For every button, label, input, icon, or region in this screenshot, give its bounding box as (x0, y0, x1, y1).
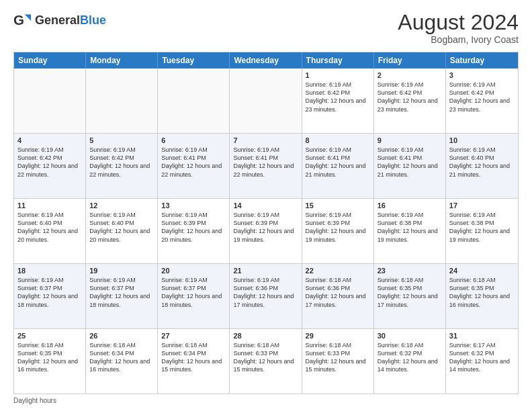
day-number: 18 (17, 267, 82, 275)
calendar-cell: 22Sunrise: 6:18 AM Sunset: 6:36 PM Dayli… (302, 264, 374, 328)
calendar-cell: 13Sunrise: 6:19 AM Sunset: 6:39 PM Dayli… (158, 199, 230, 263)
footer-note: Daylight hours (13, 397, 519, 404)
day-number: 2 (378, 71, 442, 79)
day-number: 14 (233, 201, 298, 210)
calendar-week-row: 25Sunrise: 6:18 AM Sunset: 6:35 PM Dayli… (14, 328, 518, 394)
title-area: August 2024 Bogbam, Ivory Coast (398, 11, 519, 45)
day-number: 10 (449, 136, 515, 144)
calendar-cell: 20Sunrise: 6:19 AM Sunset: 6:37 PM Dayli… (158, 264, 230, 328)
month-year-title: August 2024 (398, 11, 519, 34)
day-number: 13 (161, 201, 226, 210)
svg-text:G: G (13, 12, 24, 28)
cell-content: Sunrise: 6:18 AM Sunset: 6:35 PM Dayligh… (378, 276, 442, 309)
day-number: 1 (306, 71, 370, 79)
calendar-cell: 25Sunrise: 6:18 AM Sunset: 6:35 PM Dayli… (14, 329, 86, 394)
cell-content: Sunrise: 6:17 AM Sunset: 6:32 PM Dayligh… (449, 341, 515, 374)
calendar-cell: 15Sunrise: 6:19 AM Sunset: 6:39 PM Dayli… (302, 199, 374, 263)
calendar-week-row: 11Sunrise: 6:19 AM Sunset: 6:40 PM Dayli… (14, 198, 518, 263)
logo-text: GeneralBlue (35, 13, 106, 28)
cell-content: Sunrise: 6:19 AM Sunset: 6:40 PM Dayligh… (17, 211, 82, 244)
calendar-cell: 16Sunrise: 6:19 AM Sunset: 6:38 PM Dayli… (374, 199, 446, 263)
day-number: 29 (306, 332, 370, 340)
calendar-cell: 1Sunrise: 6:19 AM Sunset: 6:42 PM Daylig… (302, 68, 374, 133)
calendar-cell: 27Sunrise: 6:18 AM Sunset: 6:34 PM Dayli… (158, 329, 230, 394)
day-header-saturday: Saturday (446, 52, 518, 68)
cell-content: Sunrise: 6:19 AM Sunset: 6:39 PM Dayligh… (306, 211, 370, 244)
calendar-week-row: 4Sunrise: 6:19 AM Sunset: 6:42 PM Daylig… (14, 133, 518, 198)
calendar-cell: 24Sunrise: 6:18 AM Sunset: 6:35 PM Dayli… (446, 264, 518, 328)
calendar-cell: 10Sunrise: 6:19 AM Sunset: 6:40 PM Dayli… (446, 134, 518, 198)
cell-content: Sunrise: 6:19 AM Sunset: 6:38 PM Dayligh… (378, 211, 442, 244)
day-number: 16 (378, 201, 442, 210)
cell-content: Sunrise: 6:19 AM Sunset: 6:39 PM Dayligh… (161, 211, 226, 244)
calendar-cell: 5Sunrise: 6:19 AM Sunset: 6:42 PM Daylig… (86, 134, 158, 198)
calendar-cell: 3Sunrise: 6:19 AM Sunset: 6:42 PM Daylig… (446, 68, 518, 133)
calendar-cell (158, 68, 230, 133)
cell-content: Sunrise: 6:19 AM Sunset: 6:42 PM Dayligh… (378, 81, 442, 113)
calendar-cell: 19Sunrise: 6:19 AM Sunset: 6:37 PM Dayli… (86, 264, 158, 328)
cell-content: Sunrise: 6:18 AM Sunset: 6:33 PM Dayligh… (306, 341, 370, 374)
day-number: 6 (161, 136, 226, 144)
calendar-cell: 2Sunrise: 6:19 AM Sunset: 6:42 PM Daylig… (374, 68, 446, 133)
cell-content: Sunrise: 6:18 AM Sunset: 6:35 PM Dayligh… (17, 341, 82, 374)
day-number: 26 (89, 332, 154, 340)
logo: G GeneralBlue (13, 11, 106, 30)
calendar-cell: 12Sunrise: 6:19 AM Sunset: 6:40 PM Dayli… (86, 199, 158, 263)
calendar-cell: 28Sunrise: 6:18 AM Sunset: 6:33 PM Dayli… (230, 329, 302, 394)
cell-content: Sunrise: 6:18 AM Sunset: 6:33 PM Dayligh… (233, 341, 298, 374)
cell-content: Sunrise: 6:18 AM Sunset: 6:34 PM Dayligh… (161, 341, 226, 374)
cell-content: Sunrise: 6:19 AM Sunset: 6:38 PM Dayligh… (449, 211, 515, 244)
cell-content: Sunrise: 6:19 AM Sunset: 6:37 PM Dayligh… (17, 276, 82, 309)
cell-content: Sunrise: 6:19 AM Sunset: 6:40 PM Dayligh… (449, 146, 515, 179)
cell-content: Sunrise: 6:19 AM Sunset: 6:41 PM Dayligh… (233, 146, 298, 179)
day-number: 24 (449, 267, 515, 275)
page: G GeneralBlue August 2024 Bogbam, Ivory … (0, 0, 532, 411)
day-number: 9 (378, 136, 442, 144)
day-number: 5 (89, 136, 154, 144)
day-header-tuesday: Tuesday (158, 52, 230, 68)
day-number: 31 (449, 332, 515, 340)
cell-content: Sunrise: 6:19 AM Sunset: 6:42 PM Dayligh… (89, 146, 154, 179)
calendar-cell: 18Sunrise: 6:19 AM Sunset: 6:37 PM Dayli… (14, 264, 86, 328)
logo-area: G GeneralBlue (13, 11, 106, 30)
day-number: 30 (378, 332, 442, 340)
day-number: 27 (161, 332, 226, 340)
cell-content: Sunrise: 6:19 AM Sunset: 6:37 PM Dayligh… (161, 276, 226, 309)
calendar-cell: 23Sunrise: 6:18 AM Sunset: 6:35 PM Dayli… (374, 264, 446, 328)
calendar-cell: 8Sunrise: 6:19 AM Sunset: 6:41 PM Daylig… (302, 134, 374, 198)
location-subtitle: Bogbam, Ivory Coast (398, 34, 519, 45)
day-number: 22 (306, 267, 370, 275)
day-number: 17 (449, 201, 515, 210)
cell-content: Sunrise: 6:19 AM Sunset: 6:40 PM Dayligh… (89, 211, 154, 244)
day-header-monday: Monday (86, 52, 158, 68)
day-number: 7 (233, 136, 298, 144)
day-number: 15 (306, 201, 370, 210)
cell-content: Sunrise: 6:19 AM Sunset: 6:42 PM Dayligh… (17, 146, 82, 179)
day-number: 8 (306, 136, 370, 144)
cell-content: Sunrise: 6:19 AM Sunset: 6:41 PM Dayligh… (161, 146, 226, 179)
cell-content: Sunrise: 6:19 AM Sunset: 6:36 PM Dayligh… (233, 276, 298, 309)
day-number: 28 (233, 332, 298, 340)
header: G GeneralBlue August 2024 Bogbam, Ivory … (13, 11, 519, 45)
day-number: 23 (378, 267, 442, 275)
calendar-cell (14, 68, 86, 133)
calendar-cell: 11Sunrise: 6:19 AM Sunset: 6:40 PM Dayli… (14, 199, 86, 263)
day-number: 11 (17, 201, 82, 210)
logo-icon: G (13, 11, 32, 30)
calendar-cell: 29Sunrise: 6:18 AM Sunset: 6:33 PM Dayli… (302, 329, 374, 394)
calendar-cell: 26Sunrise: 6:18 AM Sunset: 6:34 PM Dayli… (86, 329, 158, 394)
calendar-cell: 14Sunrise: 6:19 AM Sunset: 6:39 PM Dayli… (230, 199, 302, 263)
day-number: 19 (89, 267, 154, 275)
calendar-cell: 9Sunrise: 6:19 AM Sunset: 6:41 PM Daylig… (374, 134, 446, 198)
calendar-week-row: 18Sunrise: 6:19 AM Sunset: 6:37 PM Dayli… (14, 263, 518, 328)
calendar-cell: 4Sunrise: 6:19 AM Sunset: 6:42 PM Daylig… (14, 134, 86, 198)
calendar-cell (86, 68, 158, 133)
cell-content: Sunrise: 6:19 AM Sunset: 6:37 PM Dayligh… (89, 276, 154, 309)
cell-content: Sunrise: 6:18 AM Sunset: 6:32 PM Dayligh… (378, 341, 442, 374)
cell-content: Sunrise: 6:18 AM Sunset: 6:36 PM Dayligh… (306, 276, 370, 309)
svg-marker-1 (25, 15, 31, 21)
day-header-sunday: Sunday (14, 52, 86, 68)
calendar-cell: 30Sunrise: 6:18 AM Sunset: 6:32 PM Dayli… (374, 329, 446, 394)
cell-content: Sunrise: 6:19 AM Sunset: 6:41 PM Dayligh… (378, 146, 442, 179)
day-header-thursday: Thursday (302, 52, 374, 68)
